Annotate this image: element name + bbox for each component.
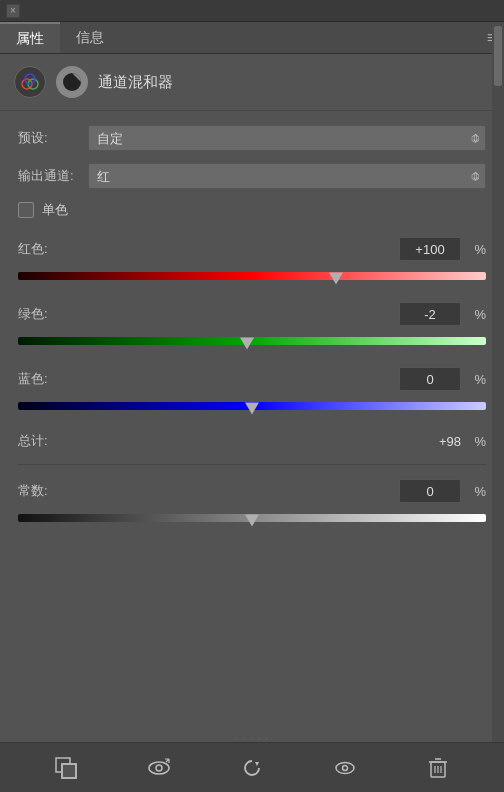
blue-slider-container[interactable] bbox=[18, 396, 486, 416]
output-channel-select[interactable]: 红 bbox=[88, 163, 486, 189]
red-slider-track[interactable] bbox=[18, 272, 486, 280]
mono-row: 单色 bbox=[18, 201, 486, 219]
green-slider-track[interactable] bbox=[18, 337, 486, 345]
blue-channel-section: 蓝色: 0 % bbox=[18, 367, 486, 416]
divider bbox=[18, 464, 486, 465]
const-percent: % bbox=[466, 484, 486, 499]
close-button[interactable]: × bbox=[6, 4, 20, 18]
blue-slider-track[interactable] bbox=[18, 402, 486, 410]
blue-slider-row: 蓝色: 0 % bbox=[18, 367, 486, 391]
green-value-input[interactable]: -2 bbox=[399, 302, 461, 326]
tab-properties[interactable]: 属性 bbox=[0, 22, 60, 53]
preset-select[interactable]: 自定 bbox=[88, 125, 486, 151]
channel-mixer-icon bbox=[56, 66, 88, 98]
total-row: 总计: +98 % bbox=[18, 432, 486, 450]
preset-label: 预设: bbox=[18, 129, 88, 147]
blue-label: 蓝色: bbox=[18, 370, 73, 388]
smart-object-button[interactable] bbox=[50, 752, 82, 784]
panel-header: 通道混和器 bbox=[0, 54, 504, 111]
visibility-button[interactable] bbox=[329, 752, 361, 784]
const-slider-track[interactable] bbox=[18, 514, 486, 522]
delete-button[interactable] bbox=[422, 752, 454, 784]
blue-percent: % bbox=[466, 372, 486, 387]
preset-select-wrapper: 自定 ⇕ bbox=[88, 125, 486, 151]
tab-info[interactable]: 信息 bbox=[60, 22, 120, 53]
const-slider-thumb[interactable] bbox=[245, 514, 259, 526]
panel-title: 通道混和器 bbox=[98, 73, 173, 92]
const-label: 常数: bbox=[18, 482, 73, 500]
mono-label: 单色 bbox=[42, 201, 68, 219]
preset-row: 预设: 自定 ⇕ bbox=[18, 125, 486, 151]
blue-slider-thumb[interactable] bbox=[245, 402, 259, 414]
scrollbar[interactable] bbox=[492, 22, 504, 742]
output-select-wrapper: 红 ⇕ bbox=[88, 163, 486, 189]
red-slider-thumb[interactable] bbox=[329, 272, 343, 284]
green-percent: % bbox=[466, 307, 486, 322]
const-slider-row: 常数: 0 % bbox=[18, 479, 486, 503]
const-value-input[interactable]: 0 bbox=[399, 479, 461, 503]
red-slider-container[interactable] bbox=[18, 266, 486, 286]
svg-point-11 bbox=[342, 765, 347, 770]
panel-body: 预设: 自定 ⇕ 输出通道: 红 ⇕ 单色 红色: +100 % bbox=[0, 111, 504, 558]
svg-point-8 bbox=[156, 765, 162, 771]
svg-point-10 bbox=[336, 762, 354, 773]
red-percent: % bbox=[466, 242, 486, 257]
bottom-toolbar bbox=[0, 742, 504, 792]
blue-value-input[interactable]: 0 bbox=[399, 367, 461, 391]
red-channel-section: 红色: +100 % bbox=[18, 237, 486, 286]
tabs-bar: 属性 信息 ≡ bbox=[0, 22, 504, 54]
output-channel-row: 输出通道: 红 ⇕ bbox=[18, 163, 486, 189]
view-toggle-button[interactable] bbox=[143, 752, 175, 784]
reset-button[interactable] bbox=[236, 752, 268, 784]
scrollbar-thumb[interactable] bbox=[494, 26, 502, 86]
total-percent: % bbox=[466, 434, 486, 449]
total-label: 总计: bbox=[18, 432, 73, 450]
adjustment-layer-icon bbox=[14, 66, 46, 98]
red-slider-row: 红色: +100 % bbox=[18, 237, 486, 261]
red-value-input[interactable]: +100 bbox=[399, 237, 461, 261]
green-label: 绿色: bbox=[18, 305, 73, 323]
const-channel-section: 常数: 0 % bbox=[18, 479, 486, 528]
green-channel-section: 绿色: -2 % bbox=[18, 302, 486, 351]
svg-rect-5 bbox=[62, 764, 76, 778]
green-slider-thumb[interactable] bbox=[240, 337, 254, 349]
const-slider-container[interactable] bbox=[18, 508, 486, 528]
total-value: +98 bbox=[399, 434, 461, 449]
resize-handle[interactable]: · · · · · bbox=[235, 734, 269, 742]
red-label: 红色: bbox=[18, 240, 73, 258]
green-slider-row: 绿色: -2 % bbox=[18, 302, 486, 326]
svg-marker-9 bbox=[255, 762, 259, 766]
mono-checkbox[interactable] bbox=[18, 202, 34, 218]
svg-point-7 bbox=[149, 762, 169, 774]
output-channel-label: 输出通道: bbox=[18, 167, 88, 185]
green-slider-container[interactable] bbox=[18, 331, 486, 351]
title-bar: × bbox=[0, 0, 504, 22]
